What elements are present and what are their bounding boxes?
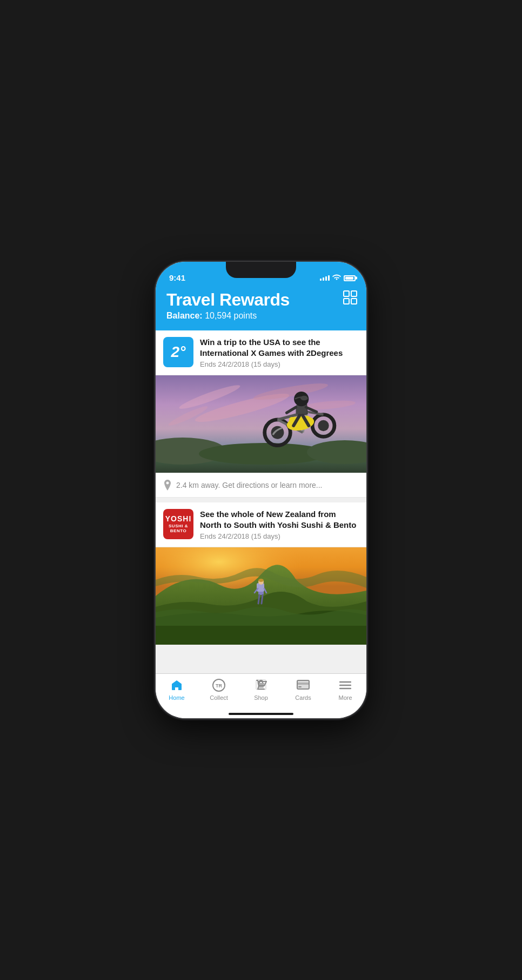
page-title: Travel Rewards [166,290,356,310]
promo-2-ends: Ends 24/2/2018 (15 days) [200,532,359,540]
signal-bars-icon [320,275,330,281]
location-pin-icon [163,480,172,491]
tab-home[interactable]: Home [156,678,198,701]
promo-1-location[interactable]: 2.4 km away. Get directions or learn mor… [156,473,366,498]
more-tab-label: More [338,694,352,701]
tab-bar: Home TR Collect [156,673,366,718]
section-divider [156,498,366,502]
signal-bar-1 [320,279,322,281]
wifi-icon [332,274,341,282]
svg-rect-47 [297,683,309,685]
collect-tab-icon: TR [212,678,226,692]
promo-card-1[interactable]: 2° Win a trip to the USA to see the Inte… [156,330,366,498]
notch [226,262,296,278]
battery-icon [344,275,356,281]
grid-layout-icon[interactable] [343,290,358,305]
promo-2-info: See the whole of New Zealand from North … [200,509,359,540]
home-indicator [229,713,293,715]
tab-more[interactable]: More [324,678,366,701]
svg-text:TR: TR [216,683,222,688]
twodeg-logo-text: 2° [171,345,186,360]
svg-line-39 [262,595,263,604]
svg-rect-48 [298,686,302,687]
promo-2-logo: YOSHI SUSHI & BENTO [163,509,193,539]
promo-2-header: YOSHI SUSHI & BENTO See the whole of New… [156,502,366,547]
balance-display: Balance: 10,594 points [166,311,356,321]
promo-1-title: Win a trip to the USA to see the Interna… [200,337,359,358]
promo-1-header: 2° Win a trip to the USA to see the Inte… [156,330,366,375]
phone-frame: 9:41 [156,262,366,718]
svg-rect-3 [351,299,357,304]
home-tab-icon [170,678,184,692]
shop-tab-label: Shop [254,694,268,701]
signal-bar-2 [323,277,324,281]
balance-label: Balance: [166,311,203,320]
location-text: 2.4 km away. Get directions or learn mor… [176,481,323,489]
cards-tab-icon [296,678,310,692]
phone-screen: 9:41 [156,262,366,718]
more-tab-icon [338,678,352,692]
status-icons [320,274,356,282]
promo-1-image [156,375,366,473]
promo-card-2[interactable]: YOSHI SUSHI & BENTO See the whole of New… [156,502,366,645]
svg-point-37 [258,579,264,582]
svg-rect-0 [344,291,349,296]
svg-line-38 [258,595,259,604]
signal-bar-4 [328,275,330,281]
yoshi-logo-text: YOSHI SUSHI & BENTO [163,514,193,534]
app-header: Travel Rewards Balance: 10,594 points [156,286,366,330]
collect-tab-label: Collect [210,694,228,701]
svg-rect-1 [351,291,357,296]
svg-rect-2 [344,299,349,304]
svg-point-17 [318,420,329,431]
tab-collect[interactable]: TR Collect [198,678,240,701]
status-time: 9:41 [166,273,185,282]
shop-tab-icon [254,678,268,692]
promo-1-logo: 2° [163,337,193,367]
tab-shop[interactable]: Shop [240,678,282,701]
cards-tab-label: Cards [295,694,311,701]
promo-2-image [156,547,366,645]
main-content: 2° Win a trip to the USA to see the Inte… [156,330,366,718]
balance-value: 10,594 points [205,311,257,320]
promo-2-title: See the whole of New Zealand from North … [200,509,359,530]
promo-1-ends: Ends 24/2/2018 (15 days) [200,360,359,368]
signal-bar-3 [325,276,327,281]
tab-cards[interactable]: Cards [282,678,324,701]
home-tab-label: Home [169,694,184,701]
promo-1-info: Win a trip to the USA to see the Interna… [200,337,359,368]
